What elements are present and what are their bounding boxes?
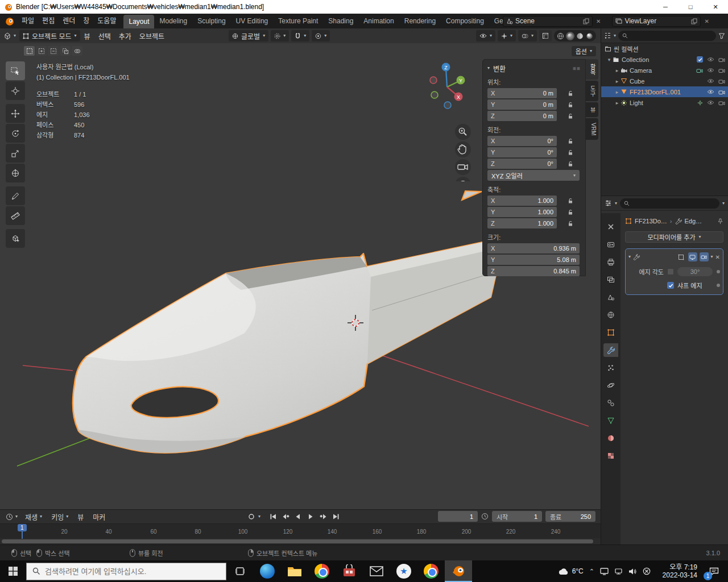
props-tab-world[interactable] xyxy=(603,308,618,322)
tool-annotate[interactable] xyxy=(6,186,25,205)
disable-render-camera-icon[interactable] xyxy=(718,78,725,84)
eyecare-tray-icon[interactable] xyxy=(643,567,651,575)
jump-to-start-button[interactable] xyxy=(267,511,279,522)
location-y-field[interactable]: Y0 m xyxy=(487,99,557,110)
animate-dot-icon[interactable] xyxy=(717,284,720,287)
dimensions-z-field[interactable]: Z0.845 m xyxy=(487,266,580,276)
unlink-scene-button[interactable]: ✕ xyxy=(594,18,602,24)
disclosure-icon[interactable]: ▸ xyxy=(614,89,621,95)
menu-render[interactable]: 렌더 xyxy=(59,14,79,28)
disable-render-camera-icon[interactable] xyxy=(718,68,725,73)
menu-marker[interactable]: 마커 xyxy=(89,512,109,522)
taskbar-search[interactable] xyxy=(26,563,226,580)
modifier-edit-mode-toggle[interactable] xyxy=(677,252,686,261)
tray-expand-chevron[interactable]: ⌃ xyxy=(589,568,594,575)
mode-dropdown[interactable]: 오브젝트 모드 ▾ xyxy=(19,30,80,41)
modifier-render-toggle[interactable] xyxy=(700,252,709,261)
properties-search-input[interactable] xyxy=(620,198,719,209)
gizmo-minus-x-axis[interactable] xyxy=(430,77,437,84)
weather-widget[interactable]: 6°C xyxy=(558,567,584,575)
transform-orientation-dropdown[interactable]: 글로벌 ▾ xyxy=(229,30,268,41)
dimensions-y-field[interactable]: Y5.08 m xyxy=(487,255,580,265)
select-mode-invert-button[interactable] xyxy=(60,46,71,56)
play-button[interactable] xyxy=(305,511,316,522)
lock-rotation-y-icon[interactable] xyxy=(566,147,575,157)
play-reverse-button[interactable] xyxy=(292,511,304,522)
tab-compositing[interactable]: Compositing xyxy=(441,14,489,28)
tool-select-box[interactable] xyxy=(6,61,25,80)
timeline-ruler[interactable]: 20 40 60 80 100 120 140 160 180 200 220 … xyxy=(0,523,601,538)
search-input[interactable] xyxy=(45,567,210,576)
outliner-row-active-object[interactable]: ▸ FF213DoorFL.001 xyxy=(601,86,728,97)
location-z-field[interactable]: Z0 m xyxy=(487,111,557,121)
hide-eye-icon[interactable] xyxy=(707,78,714,84)
disclosure-icon[interactable]: ▸ xyxy=(614,100,621,106)
edge-angle-checkbox[interactable] xyxy=(667,268,674,275)
dimensions-x-field[interactable]: X0.936 m xyxy=(487,243,580,253)
outliner-row-cube[interactable]: ▸ Cube xyxy=(601,76,728,86)
editor-type-button[interactable]: ▾ xyxy=(0,32,19,40)
sharp-edges-checkbox[interactable] xyxy=(667,282,674,289)
shading-wireframe-button[interactable] xyxy=(556,32,565,40)
disable-render-camera-icon[interactable] xyxy=(718,57,725,63)
tool-move[interactable] xyxy=(6,104,25,123)
disable-render-camera-icon[interactable] xyxy=(718,100,725,106)
tool-measure[interactable] xyxy=(6,206,25,225)
view-object-types-dropdown[interactable]: ▾ xyxy=(476,30,495,41)
modifier-realtime-toggle[interactable] xyxy=(688,252,697,261)
current-frame-marker[interactable]: 1 xyxy=(18,524,27,531)
scale-z-field[interactable]: Z1.000 xyxy=(487,218,557,228)
tool-rotate[interactable] xyxy=(6,124,25,143)
minimize-button[interactable]: ─ xyxy=(653,0,678,14)
props-tab-object[interactable] xyxy=(603,326,618,339)
delete-modifier-button[interactable]: ✕ xyxy=(715,254,720,260)
hide-eye-icon[interactable] xyxy=(707,68,714,73)
rotation-y-field[interactable]: Y0° xyxy=(487,147,557,157)
location-x-field[interactable]: X0 m xyxy=(487,88,557,98)
disclosure-icon[interactable]: ▸ xyxy=(614,78,621,84)
sidebar-tab-item[interactable]: 항목 xyxy=(586,59,598,80)
shading-material-button[interactable] xyxy=(576,32,584,40)
remove-viewlayer-button[interactable]: ✕ xyxy=(702,18,710,24)
disclosure-icon[interactable]: ▾ xyxy=(606,57,613,63)
properties-editor-icon[interactable] xyxy=(605,199,612,207)
outliner-search-input[interactable] xyxy=(618,31,716,41)
taskbar-star-app[interactable]: ★ xyxy=(390,560,417,582)
modifier-extras-icon[interactable]: ▾ xyxy=(711,255,713,259)
menu-file[interactable]: 파일 xyxy=(18,14,38,28)
props-tab-object-data[interactable] xyxy=(603,414,618,427)
lock-location-z-icon[interactable] xyxy=(566,111,575,121)
disclosure-icon[interactable]: ▸ xyxy=(614,68,621,73)
selected-car-mesh[interactable] xyxy=(73,239,502,453)
jump-to-end-button[interactable] xyxy=(330,511,341,522)
outliner-row-collection[interactable]: ▾ Collection xyxy=(601,54,728,65)
menu-object[interactable]: 오브젝트 xyxy=(135,31,168,41)
props-tab-constraints[interactable] xyxy=(603,396,618,410)
tab-uv-editing[interactable]: UV Editing xyxy=(231,14,274,28)
shading-solid-button[interactable] xyxy=(566,32,574,40)
edge-angle-value[interactable]: 30° xyxy=(677,267,713,276)
xray-toggle[interactable] xyxy=(539,30,552,41)
hide-eye-icon[interactable] xyxy=(707,100,714,105)
menu-window[interactable]: 창 xyxy=(79,14,93,28)
props-tab-scene[interactable] xyxy=(603,290,618,304)
tab-shading[interactable]: Shading xyxy=(323,14,358,28)
previous-keyframe-button[interactable] xyxy=(280,511,291,522)
viewlayer-selector[interactable]: ViewLayer xyxy=(612,16,701,27)
outliner-row-camera[interactable]: ▸ Camera xyxy=(601,65,728,76)
snap-toggle[interactable]: ▾ xyxy=(291,30,309,41)
lock-location-y-icon[interactable] xyxy=(566,99,575,110)
animate-dot-icon[interactable] xyxy=(717,270,720,273)
select-mode-subtract-button[interactable] xyxy=(48,46,59,56)
filter-icon[interactable] xyxy=(718,32,725,39)
blender-menu-icon[interactable] xyxy=(5,16,14,26)
props-tab-modifiers[interactable] xyxy=(603,343,618,357)
props-tab-particles[interactable] xyxy=(603,361,618,375)
breadcrumb-modifier[interactable]: Edg… xyxy=(685,218,702,225)
menu-add[interactable]: 추가 xyxy=(115,31,135,41)
collapse-icon[interactable]: ▾ xyxy=(487,66,490,70)
volume-tray-icon[interactable] xyxy=(628,568,637,575)
add-modifier-button[interactable]: 모디파이어를 추가 ▾ xyxy=(625,231,723,243)
props-tab-texture[interactable] xyxy=(603,449,618,463)
tool-transform[interactable] xyxy=(6,164,25,182)
